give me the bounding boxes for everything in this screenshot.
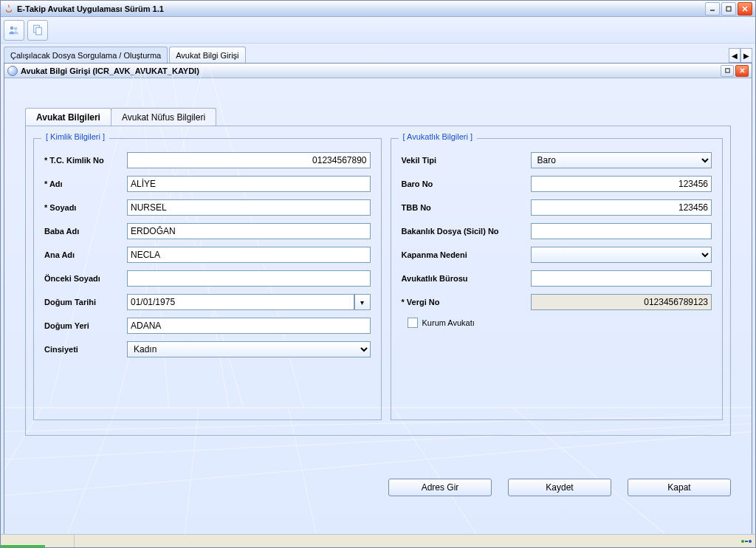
inner-titlebar: Avukat Bilgi Girişi (ICR_AVK_AVUKAT_KAYD… <box>4 64 752 78</box>
outer-tab-prev-button[interactable]: ◀ <box>729 48 740 63</box>
bakanlik-dosya-input[interactable] <box>531 223 712 239</box>
kurum-avukati-checkbox[interactable] <box>408 318 418 328</box>
bakanlik-dosya-label: Bakanlık Dosya (Sicil) No <box>402 227 531 236</box>
svg-point-25 <box>741 540 744 543</box>
kurum-avukati-label: Kurum Avukatı <box>422 318 475 327</box>
titlebar: E-Takip Avukat Uygulaması Sürüm 1.1 <box>1 1 755 17</box>
baba-adi-label: Baba Adı <box>44 227 127 236</box>
close-button[interactable] <box>738 2 752 16</box>
dogum-tarihi-input[interactable] <box>127 294 354 310</box>
adi-input[interactable] <box>127 176 371 192</box>
tab-avukat-bilgileri[interactable]: Avukat Bilgileri <box>25 108 111 126</box>
inner-window-title: Avukat Bilgi Girişi (ICR_AVK_AVUKAT_KAYD… <box>21 66 721 75</box>
cinsiyet-label: Cinsiyeti <box>44 345 127 354</box>
button-label: Kaydet <box>546 482 573 493</box>
inner-maximize-button[interactable] <box>721 65 734 77</box>
dogum-tarihi-picker-button[interactable]: ▾ <box>354 294 371 310</box>
svg-rect-7 <box>36 27 42 35</box>
svg-point-5 <box>14 27 18 30</box>
outer-tab-label: Avukat Bilgi Girişi <box>176 51 238 60</box>
status-bar <box>1 534 755 547</box>
onceki-soyadi-label: Önceki Soyadı <box>44 274 127 283</box>
outer-tab-next-button[interactable]: ▶ <box>740 48 752 63</box>
soyadi-input[interactable] <box>127 199 371 216</box>
inner-window-controls <box>721 65 749 77</box>
status-net-icon <box>740 537 752 546</box>
kapanma-nedeni-label: Kapanma Nedeni <box>402 250 531 259</box>
app-window: E-Takip Avukat Uygulaması Sürüm 1.1 Çalı… <box>0 0 756 548</box>
kapat-button[interactable]: Kapat <box>628 479 731 496</box>
group-legend: [ Avukatlık Bilgileri ] <box>399 132 478 141</box>
maximize-button[interactable] <box>721 2 736 16</box>
kapanma-nedeni-select[interactable] <box>531 247 712 263</box>
dogum-tarihi-label: Doğum Tarihi <box>44 298 127 306</box>
baro-no-label: Baro No <box>402 179 531 188</box>
svg-point-4 <box>10 26 14 30</box>
onceki-soyadi-input[interactable] <box>127 270 371 287</box>
tbb-no-label: TBB No <box>402 203 531 212</box>
button-label: Adres Gir <box>422 482 459 493</box>
avukatlik-bilgileri-group: [ Avukatlık Bilgileri ] Vekil Tipi Baro … <box>391 138 723 420</box>
kaydet-button[interactable]: Kaydet <box>508 479 611 496</box>
outer-tab-dosya[interactable]: Çalışılacak Dosya Sorgulama / Oluşturma <box>4 47 168 63</box>
tc-kimlik-input[interactable] <box>127 152 371 168</box>
vergi-no-label: * Vergi No <box>402 298 531 306</box>
toolbar <box>1 17 755 44</box>
tab-label: Avukat Nüfus Bilgileri <box>122 112 205 123</box>
baba-adi-input[interactable] <box>127 223 371 239</box>
outer-tab-label: Çalışılacak Dosya Sorgulama / Oluşturma <box>10 51 161 60</box>
minimize-button[interactable] <box>705 2 720 16</box>
tc-kimlik-label: * T.C. Kimlik No <box>44 156 127 165</box>
outer-tab-avukat[interactable]: Avukat Bilgi Girişi <box>169 47 245 63</box>
toolbar-copy-button[interactable] <box>27 20 48 41</box>
inner-window-icon <box>7 66 18 76</box>
cinsiyet-select[interactable]: Kadın <box>127 341 371 357</box>
avukatlik-burosu-input[interactable] <box>531 270 712 287</box>
status-progress <box>1 535 75 547</box>
dogum-yeri-label: Doğum Yeri <box>44 321 127 330</box>
outer-tab-bar: Çalışılacak Dosya Sorgulama / Oluşturma … <box>1 44 755 63</box>
tab-header: Avukat Bilgileri Avukat Nüfus Bilgileri <box>25 108 731 126</box>
tbb-no-input[interactable] <box>531 199 712 216</box>
adi-label: * Adı <box>44 179 127 188</box>
vergi-no-input[interactable] <box>531 294 712 310</box>
tab-nufus-bilgileri[interactable]: Avukat Nüfus Bilgileri <box>111 108 216 126</box>
tab-label: Avukat Bilgileri <box>36 112 100 123</box>
inner-close-button[interactable] <box>735 65 749 77</box>
action-buttons: Adres Gir Kaydet Kapat <box>388 479 731 496</box>
group-legend: [ Kimlik Bilgileri ] <box>41 132 109 141</box>
baro-no-input[interactable] <box>531 176 712 192</box>
svg-rect-26 <box>745 541 748 542</box>
window-title: E-Takip Avukat Uygulaması Sürüm 1.1 <box>17 4 705 13</box>
svg-rect-8 <box>725 69 729 72</box>
svg-rect-1 <box>726 7 731 11</box>
toolbar-users-button[interactable] <box>4 20 24 41</box>
window-controls <box>705 2 752 16</box>
ana-adi-input[interactable] <box>127 247 371 263</box>
button-label: Kapat <box>667 482 690 493</box>
dogum-yeri-input[interactable] <box>127 318 371 334</box>
vekil-tipi-label: Vekil Tipi <box>402 156 531 165</box>
java-icon <box>4 4 14 14</box>
tab-control: Avukat Bilgileri Avukat Nüfus Bilgileri … <box>25 108 731 436</box>
kimlik-bilgileri-group: [ Kimlik Bilgileri ] * T.C. Kimlik No * … <box>33 138 382 420</box>
avukatlik-burosu-label: Avukatlık Bürosu <box>402 274 531 283</box>
soyadi-label: * Soyadı <box>44 203 127 212</box>
vekil-tipi-select[interactable]: Baro <box>531 152 712 168</box>
inner-window: Avukat Bilgi Girişi (ICR_AVK_AVUKAT_KAYD… <box>4 63 752 544</box>
outer-tab-nav: ◀ ▶ <box>729 48 752 63</box>
tab-body: [ Kimlik Bilgileri ] * T.C. Kimlik No * … <box>25 126 731 436</box>
chevron-down-icon: ▾ <box>360 298 364 306</box>
content-area: Avukat Bilgileri Avukat Nüfus Bilgileri … <box>4 78 752 544</box>
ana-adi-label: Ana Adı <box>44 250 127 259</box>
adres-gir-button[interactable]: Adres Gir <box>388 479 492 496</box>
svg-point-27 <box>749 540 752 543</box>
